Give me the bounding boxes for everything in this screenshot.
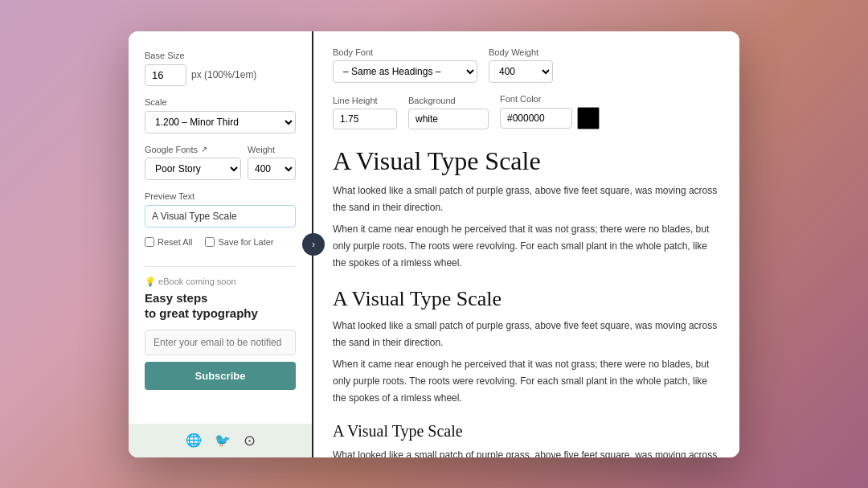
base-size-input[interactable] — [145, 64, 186, 86]
base-size-section: Base Size px (100%/1em) — [145, 51, 296, 97]
weight-select[interactable]: 400 — [248, 158, 296, 180]
ebook-section: 💡 eBook coming soon Easy stepsto great t… — [145, 266, 296, 390]
font-color-label: Font Color — [500, 94, 600, 104]
line-height-input[interactable] — [333, 109, 397, 129]
base-size-row: px (100%/1em) — [145, 64, 296, 86]
preview-heading-1: A Visual Type Scale — [333, 146, 720, 176]
scale-select[interactable]: 1.200 – Minor Third — [145, 111, 296, 133]
background-input[interactable] — [408, 109, 489, 129]
background-label: Background — [408, 96, 489, 105]
second-controls: Line Height Background Font Color — [333, 94, 720, 129]
font-weight-labels: Google Fonts ↗ Weight — [145, 145, 296, 154]
chevron-right-icon: › — [312, 239, 315, 250]
subscribe-button[interactable]: Subscribe — [145, 362, 296, 390]
scale-section: Scale 1.200 – Minor Third — [145, 97, 296, 145]
reset-checkbox[interactable] — [145, 237, 154, 247]
body-text-2: When it came near enough he perceived th… — [333, 221, 720, 272]
body-text-3: What looked like a small patch of purple… — [333, 318, 720, 351]
type-preview-2: A Visual Type Scale What looked like a s… — [333, 286, 720, 407]
line-height-label: Line Height — [333, 96, 397, 105]
body-weight-select[interactable]: 400 — [489, 60, 553, 83]
twitter-icon[interactable]: 🐦 — [215, 433, 231, 448]
body-font-label: Body Font — [333, 47, 477, 57]
reset-all-label[interactable]: Reset All — [145, 237, 192, 247]
font-color-group: Font Color — [500, 94, 600, 129]
background-group: Background — [408, 96, 489, 129]
github-icon[interactable]: ⊙ — [244, 432, 256, 449]
font-color-row — [500, 107, 600, 129]
actions-row: Reset All Save for Later — [145, 237, 296, 247]
base-size-label: Base Size — [145, 51, 296, 60]
body-weight-group: Body Weight 400 — [489, 47, 553, 83]
left-footer: 🌐 🐦 ⊙ — [129, 424, 312, 457]
body-font-group: Body Font – Same as Headings – — [333, 47, 477, 83]
body-font-select[interactable]: – Same as Headings – — [333, 60, 477, 83]
top-controls: Body Font – Same as Headings – Body Weig… — [333, 47, 720, 83]
color-swatch[interactable] — [577, 107, 600, 129]
left-panel: Base Size px (100%/1em) Scale 1.200 – Mi… — [129, 31, 313, 457]
save-later-label[interactable]: Save for Later — [205, 237, 273, 247]
google-fonts-label: Google Fonts ↗ — [145, 145, 241, 154]
save-checkbox[interactable] — [205, 237, 215, 247]
body-text-5: What looked like a small patch of purple… — [333, 447, 720, 457]
preview-text-section: Preview Text — [145, 191, 296, 237]
font-select[interactable]: Poor Story — [145, 158, 241, 180]
weight-label: Weight — [248, 145, 296, 154]
font-weight-row: Poor Story 400 — [145, 158, 296, 180]
panel-toggle-button[interactable]: › — [302, 233, 325, 256]
ebook-title: Easy stepsto great typography — [145, 290, 296, 322]
google-fonts-section: Google Fonts ↗ Weight Poor Story 400 — [145, 145, 296, 191]
scale-label: Scale — [145, 97, 296, 107]
line-height-group: Line Height — [333, 96, 397, 129]
email-input[interactable] — [145, 330, 296, 355]
font-color-input[interactable] — [500, 108, 572, 129]
globe-icon[interactable]: 🌐 — [186, 433, 202, 448]
ebook-badge: 💡 eBook coming soon — [145, 277, 296, 287]
preview-text-input[interactable] — [145, 205, 296, 228]
app-container: Base Size px (100%/1em) Scale 1.200 – Mi… — [129, 31, 739, 457]
body-text-1: What looked like a small patch of purple… — [333, 182, 720, 216]
preview-text-label: Preview Text — [145, 191, 296, 201]
preview-heading-3: A Visual Type Scale — [333, 421, 720, 441]
preview-heading-2: A Visual Type Scale — [333, 286, 720, 311]
body-weight-label: Body Weight — [489, 47, 553, 57]
external-link-icon[interactable]: ↗ — [201, 145, 207, 154]
body-text-4: When it came near enough he perceived th… — [333, 356, 720, 407]
right-panel: Body Font – Same as Headings – Body Weig… — [313, 31, 739, 457]
base-size-unit: px (100%/1em) — [191, 69, 256, 80]
type-preview-3: A Visual Type Scale What looked like a s… — [333, 421, 720, 457]
type-preview-1: A Visual Type Scale What looked like a s… — [333, 146, 720, 272]
